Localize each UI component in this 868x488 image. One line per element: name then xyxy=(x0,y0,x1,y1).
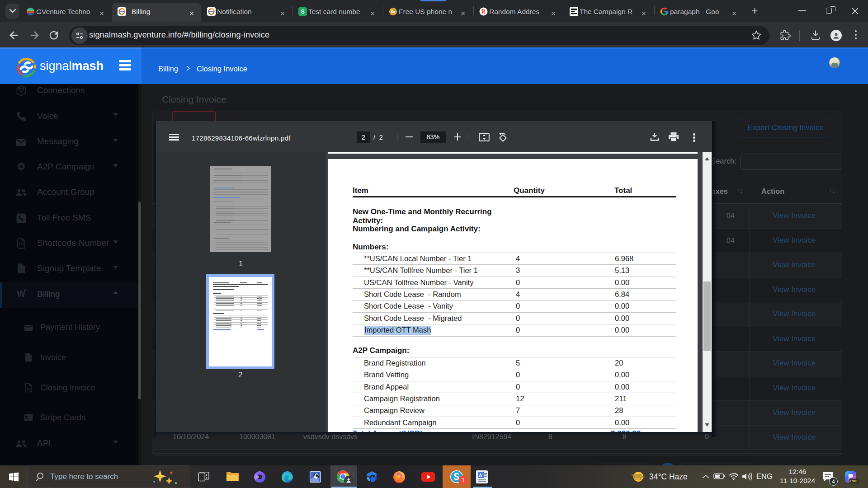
svg-text:S: S xyxy=(301,9,304,15)
svg-text:R: R xyxy=(481,8,486,15)
